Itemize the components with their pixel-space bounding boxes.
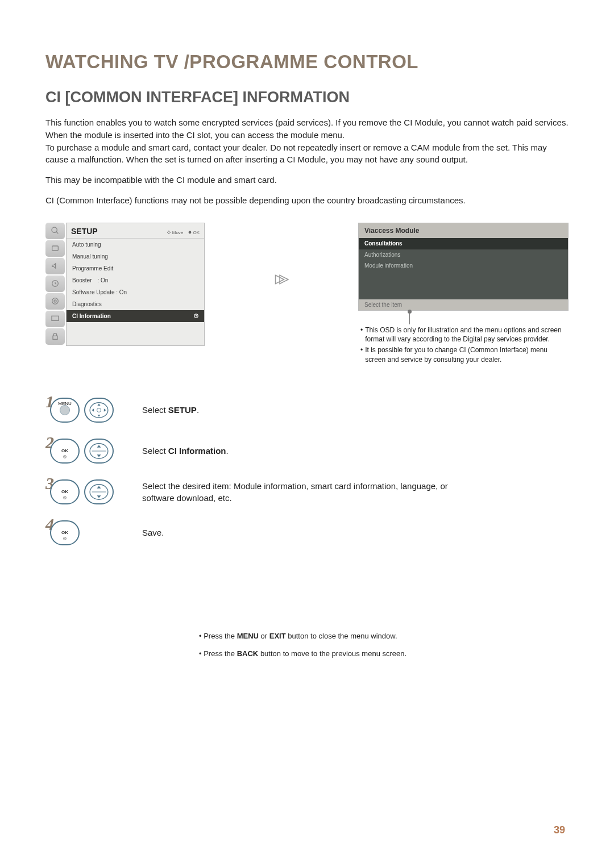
module-item-module-information: Module information [359,260,568,271]
step-3: 3 OK Select the desired item: Module inf… [45,479,569,504]
svg-rect-2 [52,246,59,251]
svg-point-18 [64,497,65,498]
svg-point-5 [54,300,56,302]
svg-rect-6 [52,316,59,320]
intro-paragraph-1: This function enables you to watch some … [45,116,569,166]
menu-item-software-update: Software Update : On [67,286,204,298]
module-item-consultations: Consultations [359,238,568,249]
svg-rect-7 [53,336,57,339]
picture-icon [45,240,65,257]
arrow-icon [205,223,358,288]
step-1: 1 MENU Select SETUP. [45,398,569,423]
section-title: CI [COMMON INTERFACE] INFORMATION [45,89,569,106]
step-text: Select SETUP. [142,404,199,416]
diagram-row: SETUP Move OK Auto tuning Manual tuning … [45,223,569,369]
instruction-steps: 1 MENU Select SETUP. 2 OK [45,398,569,545]
step-4: 4 OK Save. [45,520,569,545]
step-2: 2 OK Select CI Information. [45,439,569,464]
step-text: Select CI Information. [142,445,229,457]
svg-point-12 [97,408,101,412]
svg-line-1 [56,231,58,233]
time-icon [45,276,65,292]
menu-item-programme-edit: Programme Edit [67,262,204,274]
ok-button-icon: OK [50,439,80,464]
intro-paragraph-3: CI (Common Interface) functions may not … [45,194,569,207]
step-text: Save. [142,527,164,539]
setup-menu-title: SETUP [71,227,98,236]
setup-osd-panel: SETUP Move OK Auto tuning Manual tuning … [45,223,205,346]
page-number: 39 [554,824,565,836]
nav-updown-icon [84,479,114,504]
svg-point-22 [64,538,65,539]
ok-button-icon: OK [50,479,80,504]
nav-4way-icon [84,398,114,423]
menu-item-booster: Booster: On [67,274,204,286]
audio-icon [45,258,65,274]
viaccess-module-panel: Viaccess Module Consultations Authorizat… [358,223,569,311]
screen-icon [45,311,65,327]
page-title: WATCHING TV /PROGRAMME CONTROL [45,51,569,73]
intro-paragraph-2: This may be incompatible with the CI mod… [45,174,569,186]
svg-point-14 [64,456,65,457]
menu-item-ci-information: CI Information [67,310,204,322]
setup-menu-hint: Move OK [167,230,200,235]
module-item-authorizations: Authorizations [359,249,568,260]
nav-updown-icon [84,439,114,464]
svg-point-4 [52,298,59,304]
callout-line [409,312,410,324]
setup-menu: SETUP Move OK Auto tuning Manual tuning … [66,223,205,346]
module-footer-hint: Select the item [359,299,568,310]
module-osd-column: Viaccess Module Consultations Authorizat… [358,223,569,369]
footer-notes: • Press the MENU or EXIT button to close… [199,631,406,666]
option-icon [45,293,65,310]
svg-point-8 [189,231,192,234]
dish-icon [45,223,65,239]
step-text: Select the desired item: Module informat… [142,480,460,504]
menu-item-auto-tuning: Auto tuning [67,239,204,251]
ok-button-icon: OK [50,520,80,545]
menu-item-manual-tuning: Manual tuning [67,251,204,262]
module-notes: •This OSD is only for illustration and t… [358,326,569,369]
sidebar-iconbar [45,223,65,346]
module-title: Viaccess Module [359,223,568,238]
lock-icon [45,328,65,345]
menu-button-icon: MENU [50,398,80,423]
menu-item-diagnostics: Diagnostics [67,298,204,310]
svg-point-10 [196,315,197,316]
